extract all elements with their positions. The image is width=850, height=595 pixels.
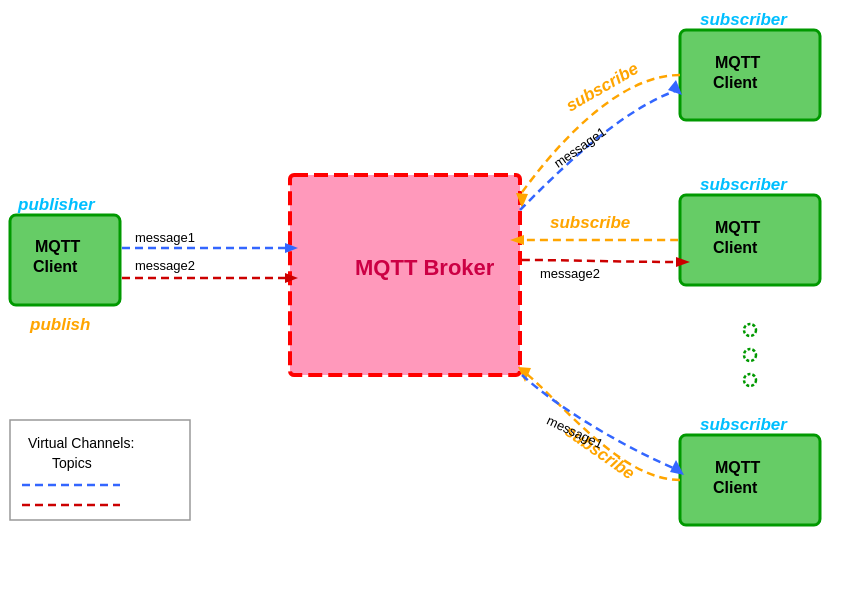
publisher-client: publisher MQTT Client publish xyxy=(10,195,120,334)
arrow-pub-broker-msg2: message2 xyxy=(122,258,298,283)
mqtt-diagram: publisher MQTT Client publish MQTT Broke… xyxy=(0,0,850,595)
client-text-sub1b: Client xyxy=(713,74,758,91)
client-text-publisher2: Client xyxy=(33,258,78,275)
client-text-sub2b: Client xyxy=(713,239,758,256)
client-text-publisher: MQTT xyxy=(35,238,81,255)
arrow-broker-sub2-msg2: message2 xyxy=(522,257,690,281)
client-text-sub1: MQTT xyxy=(715,54,761,71)
ellipsis-dots xyxy=(744,324,756,386)
legend-title2: Topics xyxy=(52,455,92,471)
broker: MQTT Broker xyxy=(290,175,520,375)
arrow-broker-sub3-subscribe: subscribe xyxy=(518,367,680,483)
subscriber3-client: subscriber MQTT Client xyxy=(680,415,820,525)
subscribe2-label: subscribe xyxy=(550,213,630,232)
svg-point-6 xyxy=(744,374,756,386)
client-text-sub2: MQTT xyxy=(715,219,761,236)
svg-point-4 xyxy=(744,324,756,336)
publisher-label: publisher xyxy=(17,195,96,214)
subscriber3-label: subscriber xyxy=(700,415,788,434)
arrow-broker-sub1-msg1: message1 xyxy=(520,80,682,210)
msg1-label-pub: message1 xyxy=(135,230,195,245)
legend: Virtual Channels: Topics xyxy=(10,420,190,520)
msg2-label-pub: message2 xyxy=(135,258,195,273)
subscriber1-client: subscriber MQTT Client xyxy=(680,10,820,120)
svg-point-5 xyxy=(744,349,756,361)
broker-label: MQTT Broker xyxy=(355,255,495,280)
arrow-broker-sub2-subscribe: subscribe xyxy=(510,213,678,245)
publish-label: publish xyxy=(29,315,90,334)
client-text-sub3: MQTT xyxy=(715,459,761,476)
subscriber2-client: subscriber MQTT Client xyxy=(680,175,820,285)
client-text-sub3b: Client xyxy=(713,479,758,496)
arrow-pub-broker-msg1: message1 xyxy=(122,230,298,253)
subscriber1-label: subscriber xyxy=(700,10,788,29)
msg2-label-sub2: message2 xyxy=(540,266,600,281)
legend-title1: Virtual Channels: xyxy=(28,435,134,451)
subscriber2-label: subscriber xyxy=(700,175,788,194)
